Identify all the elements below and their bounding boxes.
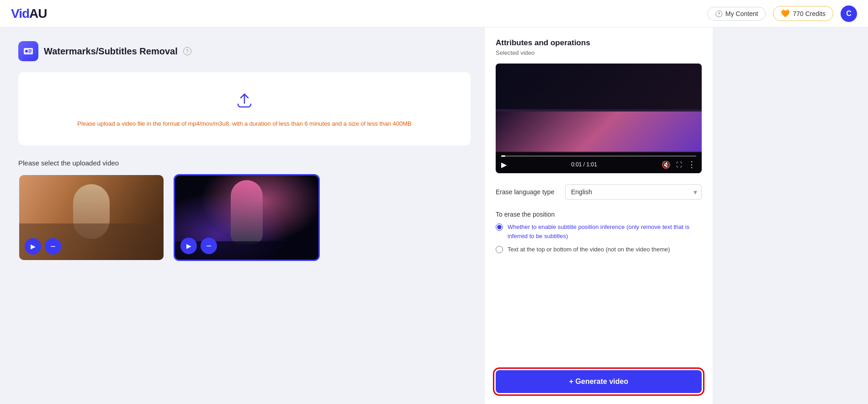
- erase-language-row: Erase language type English Chinese Japa…: [496, 184, 702, 200]
- video-grid: ▶ − ▶ −: [18, 174, 471, 261]
- radio-subtitle-inference[interactable]: [496, 223, 503, 231]
- help-icon[interactable]: ?: [183, 47, 191, 55]
- my-content-label: My Content: [725, 10, 758, 17]
- preview-controls: ▶ 0:01 / 1:01 🔇 ⛶ ⋮: [496, 152, 702, 173]
- preview-bottom: [496, 112, 702, 153]
- logo-au: AU: [29, 6, 47, 21]
- credits-label: 770 Credits: [793, 10, 826, 17]
- video-play-btn-2[interactable]: ▶: [180, 238, 197, 254]
- user-initial: C: [846, 10, 852, 18]
- right-panel: Attributes and operations Selected video…: [484, 27, 713, 404]
- panel-title: Attributes and operations: [496, 38, 702, 48]
- video-remove-btn-1[interactable]: −: [45, 238, 61, 255]
- header: VidAU 🕐 My Content 🧡 770 Credits C: [0, 0, 868, 27]
- video-preview: ▶ 0:01 / 1:01 🔇 ⛶ ⋮: [496, 64, 702, 173]
- more-options-button[interactable]: ⋮: [688, 159, 696, 170]
- erase-position-label: To erase the position: [496, 211, 702, 218]
- radio-option-2: Text at the top or bottom of the video (…: [496, 245, 702, 254]
- left-panel: Watermarks/Subtitles Removal ? Please up…: [0, 27, 484, 404]
- video-card-1[interactable]: ▶ −: [18, 174, 164, 261]
- page-icon: [18, 41, 38, 61]
- erase-position-section: To erase the position Whether to enable …: [496, 211, 702, 259]
- selected-video-label: Selected video: [496, 49, 702, 56]
- video-play-btn-1[interactable]: ▶: [25, 238, 41, 255]
- my-content-button[interactable]: 🕐 My Content: [707, 7, 766, 21]
- main-layout: Watermarks/Subtitles Removal ? Please up…: [0, 27, 868, 404]
- logo-vid: Vid: [11, 6, 29, 21]
- preview-right-controls: 🔇 ⛶ ⋮: [662, 159, 696, 170]
- play-pause-button[interactable]: ▶: [501, 160, 507, 169]
- logo[interactable]: VidAU: [11, 6, 47, 21]
- generate-video-button[interactable]: + Generate video: [496, 370, 702, 393]
- radio-top-bottom[interactable]: [496, 246, 503, 253]
- preview-top: [496, 64, 702, 109]
- volume-button[interactable]: 🔇: [662, 160, 671, 169]
- upload-hint: Please upload a video file in the format…: [77, 120, 411, 127]
- video-card-2[interactable]: ▶ −: [174, 174, 320, 261]
- generate-btn-label: + Generate video: [569, 377, 628, 386]
- language-select-wrapper: English Chinese Japanese Korean French S…: [565, 184, 702, 200]
- credits-button[interactable]: 🧡 770 Credits: [773, 6, 833, 21]
- heart-icon: 🧡: [781, 9, 790, 18]
- header-right: 🕐 My Content 🧡 770 Credits C: [707, 5, 857, 22]
- video-remove-btn-2[interactable]: −: [201, 238, 217, 254]
- language-select[interactable]: English Chinese Japanese Korean French S…: [565, 184, 702, 200]
- preview-time: 0:01 / 1:01: [571, 161, 597, 168]
- upload-zone[interactable]: Please upload a video file in the format…: [18, 72, 471, 145]
- erase-language-label: Erase language type: [496, 188, 560, 196]
- radio-top-bottom-label: Text at the top or bottom of the video (…: [508, 245, 670, 254]
- videos-section-title: Please select the uploaded video: [18, 159, 471, 167]
- fullscreen-button[interactable]: ⛶: [676, 161, 682, 168]
- clock-icon: 🕐: [715, 10, 723, 17]
- videos-section: Please select the uploaded video ▶ −: [18, 159, 471, 261]
- user-avatar[interactable]: C: [841, 5, 857, 22]
- page-title: Watermarks/Subtitles Removal: [44, 46, 178, 57]
- preview-controls-row: ▶ 0:01 / 1:01 🔇 ⛶ ⋮: [501, 159, 696, 170]
- preview-progress[interactable]: [501, 155, 696, 157]
- preview-progress-fill: [501, 155, 505, 157]
- upload-icon: [234, 90, 254, 115]
- svg-point-1: [25, 50, 28, 53]
- page-header: Watermarks/Subtitles Removal ?: [18, 41, 471, 61]
- radio-option-1: Whether to enable subtitle position infe…: [496, 223, 702, 240]
- radio-subtitle-inference-label: Whether to enable subtitle position infe…: [508, 223, 702, 240]
- generate-btn-wrapper: + Generate video: [496, 361, 702, 393]
